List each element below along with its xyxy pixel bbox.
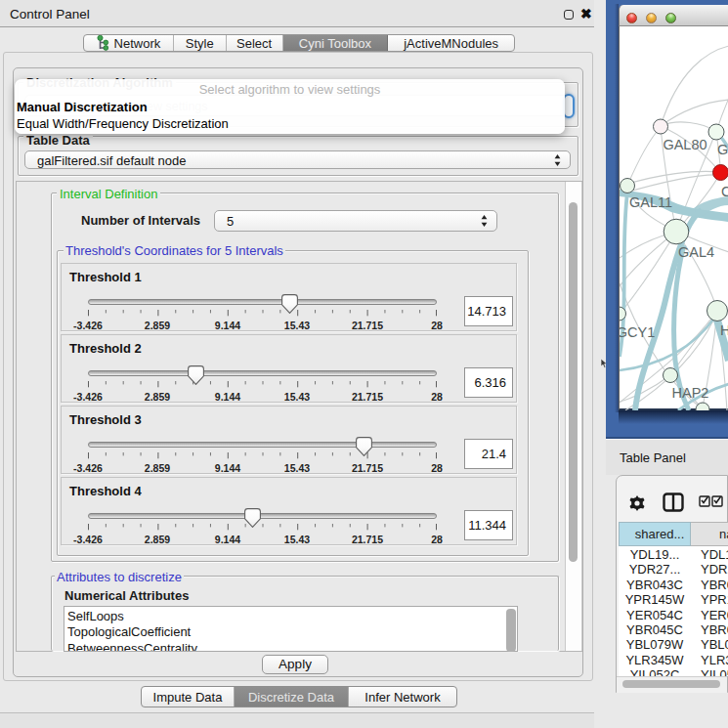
svg-text:GCY1: GCY1 [620, 324, 655, 340]
svg-text:C: C [721, 184, 728, 199]
svg-text:HAP2: HAP2 [672, 385, 709, 401]
svg-text:GAL80: GAL80 [663, 137, 707, 152]
svg-text:GA: GA [717, 142, 728, 157]
svg-text:HI: HI [720, 322, 728, 338]
svg-text:GAL4: GAL4 [678, 244, 714, 260]
svg-text:GAL11: GAL11 [629, 194, 672, 210]
